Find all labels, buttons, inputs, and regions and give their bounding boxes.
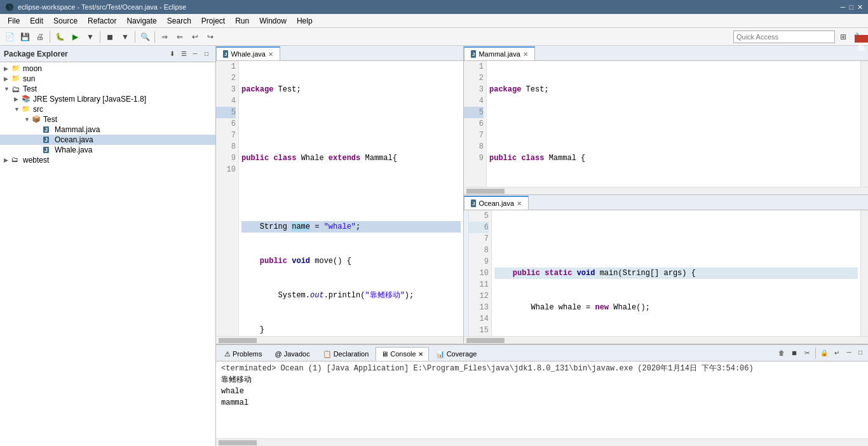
tree-arrow[interactable]: ▶: [4, 76, 11, 82]
tree-arrow[interactable]: ▼: [14, 106, 22, 112]
mammal-code[interactable]: package Test; public class Mammal { Stri…: [487, 61, 860, 187]
tree-arrow[interactable]: ▶: [4, 157, 11, 163]
tree-arrow[interactable]: ▼: [24, 116, 32, 123]
tab-problems[interactable]: ⚠ Problems: [219, 347, 268, 361]
toolbar-sep-1: [50, 31, 50, 43]
perspective-btn-1[interactable]: ⊞: [836, 30, 850, 44]
ocean-editor-pane: J Ocean.java ✕ 5 6 789101112131415: [464, 195, 868, 344]
tree-arrow[interactable]: ▼: [4, 86, 11, 92]
whale-scroll-area[interactable]: 1234 5 678910 package Test; public class…: [216, 61, 463, 336]
pe-collapse-btn[interactable]: ⬇: [167, 49, 177, 59]
whale-hscrollbar[interactable]: [216, 336, 463, 344]
toolbar-btn-5[interactable]: ⇒: [158, 30, 172, 44]
menu-search[interactable]: Search: [162, 15, 196, 27]
ocean-scroll-area[interactable]: 5 6 789101112131415 public static void m…: [464, 210, 868, 336]
debug-button[interactable]: 🐛: [53, 30, 67, 44]
new-button[interactable]: 📄: [3, 30, 17, 44]
console-word-wrap[interactable]: ↵: [831, 348, 843, 359]
print-button[interactable]: 🖨: [33, 30, 47, 44]
search-button[interactable]: 🔍: [138, 30, 152, 44]
tree-arrow[interactable]: ▶: [4, 65, 11, 72]
ocean-gutter-left: [464, 210, 469, 336]
mammal-tab[interactable]: J Mammal.java ✕: [464, 46, 535, 60]
mammal-tab-bar: J Mammal.java ✕: [464, 46, 868, 61]
run-dropdown[interactable]: ▼: [83, 30, 97, 44]
quick-access-input[interactable]: [733, 30, 835, 43]
tree-label: Test: [23, 84, 37, 93]
whale-tab[interactable]: J Whale.java ✕: [216, 46, 280, 60]
toolbar-sep-3: [135, 31, 135, 43]
tab-console[interactable]: 🖥 Console ✕: [376, 347, 428, 361]
pe-menu-btn[interactable]: ☰: [179, 49, 189, 59]
tree-item-mammal[interactable]: ▶ J Mammal.java: [0, 125, 215, 135]
menu-window[interactable]: Window: [254, 15, 292, 27]
menu-help[interactable]: Help: [292, 15, 318, 27]
menu-source[interactable]: Source: [48, 15, 83, 27]
ocean-tab-close[interactable]: ✕: [517, 200, 522, 207]
tree-arrow[interactable]: ▶: [14, 96, 22, 102]
menu-project[interactable]: Project: [196, 15, 230, 27]
toolbar-btn-7[interactable]: ↩: [188, 30, 202, 44]
console-clear-btn[interactable]: 🗑: [776, 348, 787, 359]
tree-item-src[interactable]: ▼ 📁 src: [0, 104, 215, 114]
ocean-hscroll-thumb[interactable]: [466, 338, 505, 343]
tab-javadoc[interactable]: @ Javadoc: [269, 347, 315, 361]
tree-item-whale[interactable]: ▶ J Whale.java: [0, 145, 215, 155]
package-explorer-panel: Package Explorer ⬇ ☰ ─ □ ▶ 📁 moon ▶ 📁 su…: [0, 46, 216, 446]
menu-file[interactable]: File: [3, 15, 25, 27]
tab-coverage[interactable]: 📊 Coverage: [430, 347, 483, 361]
pe-min-btn[interactable]: ─: [190, 49, 200, 59]
toolbar-btn-4[interactable]: ▼: [118, 30, 132, 44]
mammal-vscrollbar[interactable]: [860, 61, 868, 187]
run-button[interactable]: ▶: [68, 30, 82, 44]
ocean-vscrollbar[interactable]: [860, 210, 868, 336]
menu-refactor[interactable]: Refactor: [83, 15, 121, 27]
tree-item-jre[interactable]: ▶ 📚 JRE System Library [JavaSE-1.8]: [0, 94, 215, 104]
ocean-code[interactable]: public static void main(String[] args) {…: [492, 210, 860, 336]
mammal-scroll-area[interactable]: 1234 5 6789 package Test; public class M…: [464, 61, 868, 187]
mammal-hscrollbar[interactable]: [464, 187, 868, 194]
toolbar-sep-2: [100, 31, 100, 43]
tree-item-test-project[interactable]: ▼ 🗂 Test: [0, 84, 215, 94]
console-hscrollbar[interactable]: [216, 438, 868, 446]
maximize-button[interactable]: □: [849, 3, 853, 11]
tree-item-ocean[interactable]: ▶ J Ocean.java: [0, 135, 215, 145]
menu-edit[interactable]: Edit: [25, 15, 48, 27]
coverage-label: Coverage: [447, 350, 477, 358]
whale-hscroll-thumb[interactable]: [219, 338, 257, 343]
tree-item-moon[interactable]: ▶ 📁 moon: [0, 64, 215, 74]
mammal-tab-close[interactable]: ✕: [523, 51, 528, 58]
console-btn3[interactable]: ✂: [801, 348, 813, 359]
whale-code[interactable]: package Test; public class Whale extends…: [239, 61, 463, 336]
tree-label: Ocean.java: [55, 135, 93, 144]
tab-declaration[interactable]: 📋 Declaration: [317, 347, 375, 361]
whale-line-numbers: 1234 5 678910: [216, 61, 239, 336]
ocean-tab-bar: J Ocean.java ✕: [464, 195, 868, 210]
pe-max-btn[interactable]: □: [201, 49, 212, 59]
console-min-btn[interactable]: ─: [844, 348, 854, 358]
package-explorer-header: Package Explorer ⬇ ☰ ─ □: [0, 46, 215, 62]
menu-navigate[interactable]: Navigate: [121, 15, 161, 27]
ocean-tab[interactable]: J Ocean.java ✕: [464, 196, 529, 210]
toolbar-btn-6[interactable]: ⇐: [173, 30, 187, 44]
tree-label: src: [33, 105, 43, 114]
console-scroll-lock[interactable]: 🔒: [818, 348, 830, 359]
close-button[interactable]: ✕: [857, 3, 863, 11]
console-tab-close[interactable]: ✕: [418, 351, 423, 358]
console-terminate-btn[interactable]: ⏹: [789, 348, 800, 359]
toolbar-btn-8[interactable]: ↪: [203, 30, 217, 44]
console-hscroll-thumb[interactable]: [219, 440, 257, 445]
whale-tab-close[interactable]: ✕: [268, 51, 273, 58]
ocean-hscrollbar[interactable]: [464, 336, 868, 344]
menu-run[interactable]: Run: [230, 15, 254, 27]
red-tag[interactable]: 红包: [855, 35, 868, 43]
package-icon: 📁: [11, 64, 22, 73]
console-max-btn[interactable]: □: [855, 348, 865, 358]
tree-item-sun[interactable]: ▶ 📁 sun: [0, 74, 215, 84]
save-button[interactable]: 💾: [18, 30, 32, 44]
tree-item-webtest[interactable]: ▶ 🗂 webtest: [0, 155, 215, 165]
tree-item-test-pkg[interactable]: ▼ 📦 Test: [0, 114, 215, 125]
mammal-hscroll-thumb[interactable]: [466, 189, 505, 194]
toolbar-btn-3[interactable]: ◼: [103, 30, 117, 44]
minimize-button[interactable]: ─: [841, 3, 846, 11]
